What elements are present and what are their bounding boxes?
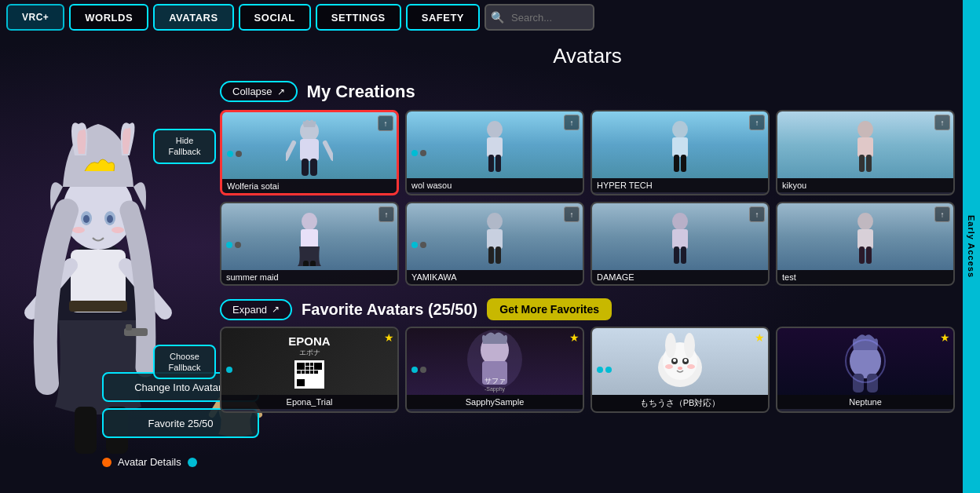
fav-name-mochi: もちうさ（PB対応） — [592, 395, 768, 411]
fav-card-neptune[interactable]: ★ Neptune — [776, 327, 955, 413]
svg-rect-58 — [859, 246, 865, 264]
svg-point-9 — [72, 227, 85, 233]
nav-bar: VRC+ WORLDS AVATARS SOCIAL SETTINGS SAFE… — [0, 0, 980, 35]
svg-rect-42 — [859, 155, 865, 172]
social-button[interactable]: SOCIAL — [239, 4, 311, 31]
avatar-card-damage[interactable]: ↑ DAMAGE — [591, 202, 770, 286]
favorites-grid: EPONA エポナ — [220, 327, 955, 413]
hide-fallback-button[interactable]: Hide Fallback — [153, 129, 216, 164]
svg-rect-43 — [866, 155, 872, 172]
damage-figure — [660, 207, 700, 266]
search-wrap: 🔍 — [485, 4, 594, 31]
svg-point-56 — [858, 213, 873, 230]
fav-card-epona[interactable]: EPONA エポナ — [220, 327, 399, 413]
expand-button[interactable]: Expand ↗ — [220, 299, 292, 320]
sidebar-controls: Hide Fallback Choose Fallback — [153, 129, 216, 379]
search-input[interactable] — [485, 4, 594, 31]
svg-rect-15 — [126, 324, 132, 330]
svg-point-67 — [665, 333, 676, 358]
fav-thumb-sapphy: サファ -Sapphy ★ — [407, 328, 583, 395]
avatar-thumb-test: ↑ — [777, 203, 953, 270]
upload-button-yamikawa[interactable]: ↑ — [564, 206, 580, 222]
avatar-card-wolferia[interactable]: ↑ Wolferia sotai — [220, 110, 399, 195]
svg-rect-59 — [866, 246, 872, 264]
svg-point-32 — [487, 121, 503, 138]
mochi-figure — [649, 328, 711, 395]
expand-icon: ↗ — [272, 304, 280, 315]
avatar-details-row: Avatar Details — [102, 456, 197, 468]
upload-button-wol[interactable]: ↑ — [564, 115, 580, 130]
svg-rect-39 — [681, 155, 686, 172]
collapse-button[interactable]: Collapse ↗ — [220, 81, 298, 102]
star-badge-epona: ★ — [384, 331, 394, 344]
avatar-name-damage: DAMAGE — [592, 270, 768, 284]
favorites-header: Expand ↗ Favorite Avatars (25/50) Get Mo… — [220, 298, 955, 320]
svg-rect-37 — [672, 137, 688, 157]
upload-button-damage[interactable]: ↑ — [749, 206, 765, 222]
svg-point-73 — [665, 364, 673, 369]
svg-rect-77 — [853, 374, 864, 393]
svg-rect-46 — [303, 261, 309, 266]
neptune-figure — [834, 328, 897, 395]
choose-fallback-button[interactable]: Choose Fallback — [153, 345, 216, 380]
svg-line-27 — [286, 143, 294, 159]
fav-card-mochi[interactable]: ★ もちうさ（PB対応） — [591, 327, 770, 413]
svg-rect-57 — [858, 229, 873, 249]
my-creations-grid: ↑ Wolferia sotai — [220, 110, 955, 286]
upload-button-kikyou[interactable]: ↑ — [934, 115, 950, 130]
svg-point-10 — [112, 227, 124, 233]
toggle-wolferia — [227, 151, 242, 157]
avatars-button[interactable]: AVATARS — [153, 4, 233, 31]
star-badge-mochi: ★ — [755, 331, 765, 344]
svg-rect-54 — [674, 246, 679, 264]
avatar-card-kikyou[interactable]: ↑ kikyou — [776, 110, 955, 195]
avatar-name-yamikawa: YAMIKAWA — [407, 270, 583, 284]
toggle-yamikawa — [411, 242, 426, 248]
safety-button[interactable]: SAFETY — [406, 4, 480, 31]
upload-button-hypertech[interactable]: ↑ — [749, 115, 765, 130]
upload-button-wolferia[interactable]: ↑ — [378, 115, 393, 131]
collapse-icon: ↗ — [277, 86, 285, 97]
svg-rect-49 — [487, 229, 503, 249]
avatar-thumb-damage: ↑ — [592, 203, 768, 270]
avatar-card-yamikawa[interactable]: ↑ YAMIKAWA — [405, 202, 584, 286]
svg-rect-31 — [310, 159, 317, 176]
worlds-button[interactable]: WORLDS — [69, 4, 148, 31]
svg-point-71 — [673, 359, 676, 362]
svg-point-36 — [672, 121, 688, 138]
fav-thumb-neptune: ★ — [777, 328, 953, 395]
get-more-favorites-button[interactable]: Get More Favorites — [487, 298, 612, 320]
wolferia-figure — [286, 115, 333, 177]
svg-point-48 — [487, 213, 503, 230]
settings-button[interactable]: SETTINGS — [316, 4, 401, 31]
kikyou-figure — [846, 115, 885, 174]
avatar-card-summermaid[interactable]: ↑ summer maid — [220, 202, 399, 286]
fav-name-sapphy: SapphySample — [407, 395, 583, 409]
toggle-sapphy — [411, 367, 426, 373]
vrc-plus-button[interactable]: VRC+ — [6, 4, 64, 31]
svg-point-40 — [858, 121, 873, 138]
avatar-card-test[interactable]: ↑ test — [776, 202, 955, 286]
avatar-details-indicator — [102, 458, 112, 467]
star-badge-sapphy: ★ — [569, 331, 580, 344]
upload-button-summermaid[interactable]: ↑ — [378, 206, 394, 222]
upload-button-test[interactable]: ↑ — [934, 206, 950, 222]
star-badge-neptune: ★ — [940, 331, 950, 344]
avatar-card-hypertech[interactable]: ↑ HYPER TECH — [591, 110, 770, 195]
svg-rect-12 — [75, 407, 97, 454]
svg-rect-41 — [858, 137, 873, 157]
svg-rect-51 — [495, 246, 501, 264]
avatar-thumb-yamikawa: ↑ — [407, 203, 583, 270]
svg-rect-29 — [300, 139, 319, 161]
fav-name-neptune: Neptune — [777, 395, 953, 409]
avatar-card-wol[interactable]: ↑ wol wasou — [405, 110, 584, 195]
wol-figure — [475, 115, 514, 174]
fav-thumb-epona: EPONA エポナ — [221, 328, 397, 395]
svg-rect-78 — [867, 374, 878, 393]
svg-point-44 — [302, 213, 317, 230]
my-creations-header: Collapse ↗ My Creations — [220, 81, 955, 102]
avatar-name-summermaid: summer maid — [221, 270, 397, 284]
svg-rect-55 — [681, 246, 686, 264]
svg-rect-34 — [488, 155, 494, 172]
fav-card-sapphy[interactable]: サファ -Sapphy ★ SapphySample — [405, 327, 584, 413]
